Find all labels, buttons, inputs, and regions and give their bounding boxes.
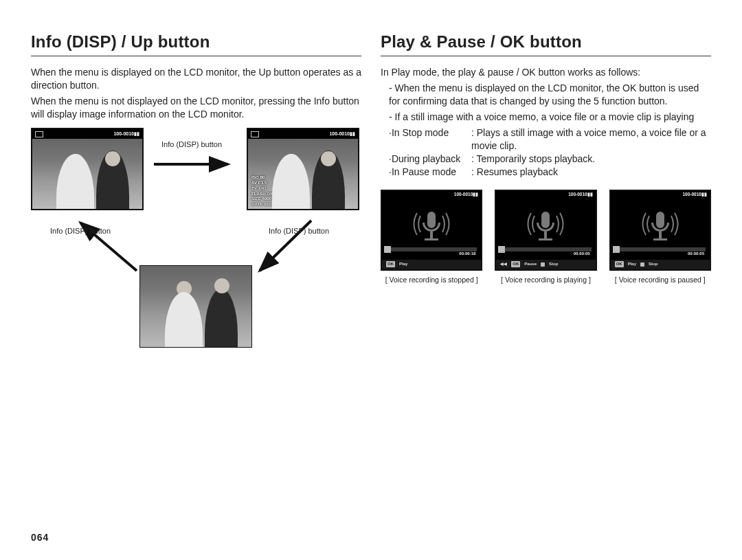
left-paragraph-1: When the menu is displayed on the LCD mo… bbox=[31, 66, 361, 92]
svg-rect-11 bbox=[653, 238, 667, 240]
arrow-label-left: Info (DISP) button bbox=[50, 227, 111, 235]
mode-desc: : Resumes playback bbox=[471, 166, 558, 179]
lcd-tile-none bbox=[139, 265, 252, 348]
microphone-icon bbox=[524, 209, 567, 247]
svg-rect-3 bbox=[427, 212, 436, 228]
arrow-label-top: Info (DISP) button bbox=[161, 140, 222, 148]
file-number: 100-0010 bbox=[329, 131, 350, 137]
time-text: 00:00:05 bbox=[688, 251, 704, 256]
bar-action: Pause bbox=[524, 261, 537, 267]
mode-desc: : Temporarily stops playback. bbox=[471, 153, 595, 166]
file-number: 100-0010 bbox=[113, 131, 134, 137]
ok-key-icon: OK bbox=[386, 261, 395, 267]
bar-action: Play bbox=[399, 261, 407, 267]
mode-label: ·During playback bbox=[389, 153, 471, 166]
thumb-caption: [ Voice recording is playing ] bbox=[495, 275, 596, 284]
svg-rect-4 bbox=[430, 232, 433, 238]
mode-label: ·In Stop mode bbox=[389, 126, 471, 153]
svg-rect-5 bbox=[425, 238, 438, 240]
svg-rect-9 bbox=[656, 212, 664, 228]
svg-rect-7 bbox=[544, 232, 547, 238]
thumb-caption: [ Voice recording is paused ] bbox=[609, 275, 711, 284]
svg-rect-8 bbox=[539, 238, 552, 240]
mode-label: ·In Pause mode bbox=[389, 166, 471, 179]
left-column: Info (DISP) / Up button When the menu is… bbox=[31, 31, 361, 539]
right-heading: Play & Pause / OK button bbox=[381, 31, 711, 53]
thumb-playing: 100-0010 ▮▮ bbox=[495, 190, 596, 284]
lcd-tile-basic: 100-0010 ▮▮ bbox=[31, 128, 144, 210]
left-paragraph-2: When the menu is not displayed on the LC… bbox=[31, 95, 361, 121]
right-intro: In Play mode, the play & pause / OK butt… bbox=[381, 66, 711, 79]
bar-action: Stop bbox=[649, 261, 657, 267]
mode-row-pause: ·In Pause mode : Resumes playback bbox=[389, 166, 711, 179]
left-divider bbox=[31, 56, 361, 56]
thumb-caption: [ Voice recording is stopped ] bbox=[381, 275, 482, 284]
arrow-icon bbox=[153, 155, 235, 177]
page-number: 064 bbox=[31, 531, 49, 544]
microphone-icon bbox=[638, 209, 682, 247]
bar-action: Play bbox=[628, 261, 636, 267]
arrow-label-right: Info (DISP) button bbox=[269, 227, 329, 235]
lcd-cycle-diagram: 100-0010 ▮▮ 100-0010 ▮▮ ISO 80 AV F3.5 T… bbox=[31, 128, 361, 416]
svg-rect-10 bbox=[659, 232, 662, 238]
exposure-meta: ISO 80 AV F3.5 TV 1/41 FLASH Off SIZE 40… bbox=[251, 175, 285, 207]
right-divider bbox=[381, 56, 711, 56]
ok-key-icon: OK bbox=[511, 261, 520, 267]
thumb-paused: 100-0010 ▮▮ bbox=[609, 190, 711, 284]
file-number: 100-0010 bbox=[683, 192, 701, 198]
dpad-key-icon bbox=[640, 262, 644, 267]
rewind-icon: ◀◀ bbox=[500, 261, 507, 267]
time-text: 00:00:05 bbox=[574, 251, 590, 256]
mode-row-playback: ·During playback : Temporarily stops pla… bbox=[389, 153, 711, 166]
svg-rect-6 bbox=[541, 212, 550, 228]
file-number: 100-0010 bbox=[454, 192, 473, 198]
ok-key-icon: OK bbox=[615, 261, 624, 267]
file-number: 100-0010 bbox=[568, 192, 587, 198]
dpad-key-icon bbox=[541, 262, 545, 267]
playback-thumbs: 100-0010 ▮▮ bbox=[381, 190, 711, 284]
right-column: Play & Pause / OK button In Play mode, t… bbox=[381, 31, 711, 539]
right-bullet-2: - If a still image with a voice memo, a … bbox=[381, 111, 711, 124]
bar-action: Stop bbox=[549, 261, 558, 267]
right-bullet-1: - When the menu is displayed on the LCD … bbox=[381, 82, 711, 108]
microphone-icon bbox=[409, 209, 453, 247]
mode-row-stop: ·In Stop mode : Plays a still image with… bbox=[389, 126, 711, 153]
thumb-stopped: 100-0010 ▮▮ bbox=[381, 190, 482, 284]
left-heading: Info (DISP) / Up button bbox=[31, 31, 361, 53]
lcd-tile-detailed: 100-0010 ▮▮ ISO 80 AV F3.5 TV 1/41 FLASH… bbox=[247, 128, 359, 210]
mode-desc: : Plays a still image with a voice memo,… bbox=[471, 126, 711, 153]
time-text: 00:00:18 bbox=[459, 251, 475, 256]
